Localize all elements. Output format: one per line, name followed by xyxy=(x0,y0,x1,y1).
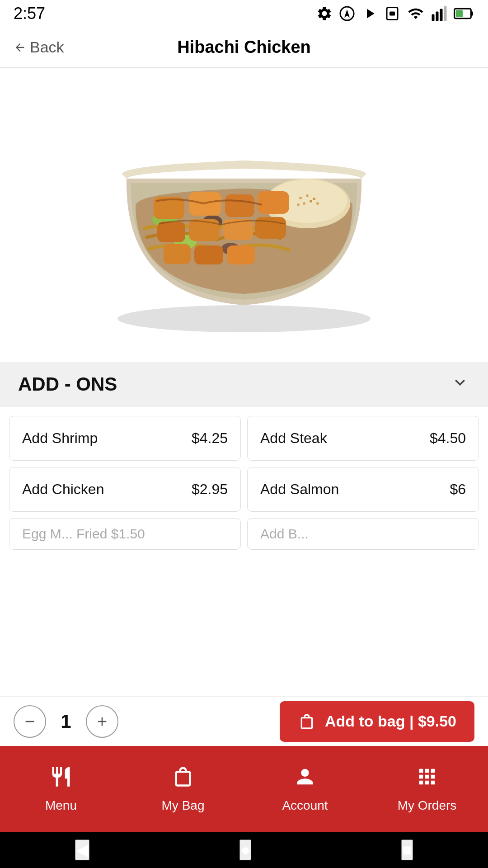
chevron-down-icon xyxy=(450,373,470,396)
addons-grid: Add Shrimp $4.25 Add Steak $4.50 Add Chi… xyxy=(0,407,488,512)
nav-item-account[interactable]: Account xyxy=(244,746,366,832)
addon-shrimp-name: Add Shrimp xyxy=(22,430,98,447)
status-time: 2:57 xyxy=(14,4,45,23)
quantity-control: 1 xyxy=(14,705,118,738)
addon-card-chicken[interactable]: Add Chicken $2.95 xyxy=(9,467,241,512)
bag-icon xyxy=(298,712,316,731)
addon-partial-right-text: Add B... xyxy=(260,526,309,542)
signal-icon xyxy=(431,5,447,22)
svg-rect-19 xyxy=(225,194,254,217)
addon-steak-name: Add Steak xyxy=(260,430,327,447)
addons-title: ADD - ONS xyxy=(18,373,117,395)
nav-item-orders[interactable]: My Orders xyxy=(366,746,488,832)
svg-rect-20 xyxy=(258,191,289,214)
food-image-area xyxy=(0,68,488,362)
decrement-button[interactable] xyxy=(14,705,46,738)
svg-rect-25 xyxy=(164,244,191,264)
add-to-bag-label: Add to bag | $9.50 xyxy=(325,712,456,730)
addon-steak-price: $4.50 xyxy=(430,430,466,447)
svg-rect-5 xyxy=(440,9,443,21)
menu-icon xyxy=(49,765,73,794)
addon-partial-left-text: Egg M... Fried $1.50 xyxy=(22,526,145,542)
settings-icon xyxy=(316,5,333,22)
svg-rect-2 xyxy=(389,12,395,16)
svg-point-10 xyxy=(117,305,371,332)
addon-partial-left: Egg M... Fried $1.50 xyxy=(9,518,241,550)
svg-point-30 xyxy=(313,198,315,200)
addon-chicken-price: $2.95 xyxy=(192,481,228,498)
nav-menu-label: Menu xyxy=(45,798,77,813)
back-button[interactable]: Back xyxy=(14,38,64,56)
addons-section-header[interactable]: ADD - ONS xyxy=(0,362,488,407)
addon-shrimp-price: $4.25 xyxy=(192,430,228,447)
sim-icon xyxy=(384,5,400,22)
addon-partial-right: Add B... xyxy=(247,518,479,550)
back-label: Back xyxy=(30,38,64,56)
svg-point-28 xyxy=(299,197,302,199)
svg-rect-9 xyxy=(456,10,463,17)
svg-rect-26 xyxy=(194,245,223,264)
nav-bar: Menu My Bag Account My Orders xyxy=(0,746,488,832)
account-icon xyxy=(293,765,317,794)
addon-card-shrimp[interactable]: Add Shrimp $4.25 xyxy=(9,416,241,461)
svg-rect-23 xyxy=(223,219,253,240)
svg-point-29 xyxy=(306,194,309,197)
avast-icon xyxy=(339,5,355,22)
svg-point-32 xyxy=(310,200,312,203)
quantity-value: 1 xyxy=(57,711,75,732)
nav-orders-label: My Orders xyxy=(398,798,457,813)
nav-item-bag[interactable]: My Bag xyxy=(122,746,244,832)
battery-icon xyxy=(454,5,474,22)
svg-rect-21 xyxy=(157,222,185,242)
nav-account-label: Account xyxy=(282,798,328,813)
svg-rect-4 xyxy=(436,12,439,21)
page-title: Hibachi Chicken xyxy=(177,38,311,57)
nav-bag-label: My Bag xyxy=(162,798,205,813)
add-to-bag-button[interactable]: Add to bag | $9.50 xyxy=(280,701,474,742)
svg-rect-27 xyxy=(227,245,255,264)
page-header: Back Hibachi Chicken xyxy=(0,27,488,68)
play-icon xyxy=(361,5,378,22)
svg-point-33 xyxy=(297,203,300,206)
wifi-icon xyxy=(407,5,425,22)
increment-button[interactable] xyxy=(86,705,118,738)
addon-salmon-price: $6 xyxy=(450,481,466,498)
bag-nav-icon xyxy=(171,765,195,794)
nav-item-menu[interactable]: Menu xyxy=(0,746,122,832)
status-icons xyxy=(316,5,474,22)
addons-partial-row: Egg M... Fried $1.50 Add B... xyxy=(0,518,488,550)
addon-chicken-name: Add Chicken xyxy=(22,481,104,498)
svg-point-34 xyxy=(316,202,319,205)
bottom-action-bar: 1 Add to bag | $9.50 xyxy=(0,696,488,746)
addon-salmon-name: Add Salmon xyxy=(260,481,339,498)
android-nav-bar: ◀ ● ■ xyxy=(0,832,488,868)
svg-rect-6 xyxy=(444,6,447,21)
android-recents-button[interactable]: ■ xyxy=(401,840,413,860)
addon-card-salmon[interactable]: Add Salmon $6 xyxy=(247,467,479,512)
food-image xyxy=(86,88,402,341)
orders-icon xyxy=(415,765,439,794)
android-home-button[interactable]: ● xyxy=(239,840,251,860)
android-back-button[interactable]: ◀ xyxy=(75,840,89,860)
svg-rect-8 xyxy=(471,11,473,15)
svg-rect-3 xyxy=(432,14,435,21)
status-bar: 2:57 xyxy=(0,0,488,27)
svg-point-31 xyxy=(303,202,305,205)
svg-rect-22 xyxy=(189,219,220,241)
addon-card-steak[interactable]: Add Steak $4.50 xyxy=(247,416,479,461)
